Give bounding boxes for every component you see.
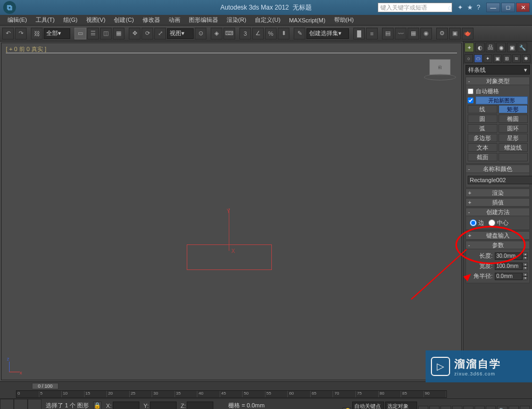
time-config-button[interactable]: ⏱ xyxy=(475,406,485,410)
menu-grapheditors[interactable]: 图形编辑器 xyxy=(185,16,222,24)
spinner-snap-button[interactable]: ⬍ xyxy=(278,28,289,39)
layers-button[interactable]: ▤ xyxy=(382,28,394,39)
rectangle-shape[interactable] xyxy=(187,244,272,270)
qat-icon[interactable]: ? xyxy=(477,4,484,11)
qat-icon[interactable]: ✦ xyxy=(458,4,465,11)
minimize-button[interactable]: — xyxy=(486,3,500,12)
menu-edit[interactable]: 编辑(E) xyxy=(3,16,31,24)
shape-rectangle-button[interactable]: 矩形 xyxy=(498,105,528,113)
select-name-button[interactable]: ☰ xyxy=(87,28,99,39)
play-button[interactable]: ▶ xyxy=(440,406,451,410)
pivot-button[interactable]: ⊙ xyxy=(195,28,206,39)
next-frame-button[interactable]: ▶ xyxy=(452,406,462,410)
shape-helix-button[interactable]: 螺旋线 xyxy=(498,143,528,152)
z-coord-input[interactable] xyxy=(187,402,213,409)
select-region-button[interactable]: ◫ xyxy=(100,28,112,39)
render-rollout-header[interactable]: +渲染 xyxy=(466,189,530,197)
display-tab[interactable]: ▣ xyxy=(507,43,517,52)
menu-customize[interactable]: 自定义(U) xyxy=(251,16,285,24)
ref-coord-dropdown[interactable]: 视图 ▾ xyxy=(167,28,194,39)
close-button[interactable]: ✕ xyxy=(516,3,530,12)
start-new-shape-checkbox[interactable] xyxy=(468,97,473,103)
auto-grid-checkbox[interactable] xyxy=(468,88,473,94)
name-color-rollout-header[interactable]: -名称和颜色 xyxy=(466,165,530,173)
object-type-rollout-header[interactable]: -对象类型 xyxy=(466,77,530,85)
prev-frame-button[interactable]: ◀ xyxy=(429,406,439,410)
shapes-cat[interactable]: ⬭ xyxy=(474,54,483,63)
zoom-button[interactable]: 🔍 xyxy=(497,406,507,410)
align-button[interactable]: ≡ xyxy=(366,28,378,39)
menu-maxscript[interactable]: MAXScript(M) xyxy=(285,17,329,23)
qat-icon[interactable]: ★ xyxy=(467,4,475,11)
shape-circle-button[interactable]: 圆 xyxy=(468,114,497,123)
goto-end-button[interactable]: ⏭ xyxy=(463,406,473,410)
length-down[interactable]: ▾ xyxy=(522,256,528,260)
lights-cat[interactable]: ✦ xyxy=(484,54,492,63)
shapes-subcategory-dropdown[interactable]: 样条线▾ xyxy=(466,65,530,75)
app-icon[interactable]: ⧉ xyxy=(3,1,16,14)
shape-donut-button[interactable]: 圆环 xyxy=(498,124,528,133)
material-editor-button[interactable]: ◉ xyxy=(420,28,432,39)
percent-snap-button[interactable]: % xyxy=(265,28,277,39)
menu-help[interactable]: 帮助(H) xyxy=(330,16,358,24)
shape-line-button[interactable]: 线 xyxy=(468,105,497,113)
window-crossing-button[interactable]: ▦ xyxy=(113,28,124,39)
helpers-cat[interactable]: ⊞ xyxy=(503,54,511,63)
listener-button[interactable] xyxy=(14,399,28,409)
geometry-cat[interactable]: ○ xyxy=(464,54,473,63)
redo-button[interactable]: ↷ xyxy=(15,28,27,39)
schematic-button[interactable]: ▦ xyxy=(408,28,419,39)
curve-editor-button[interactable]: 〰 xyxy=(395,28,406,39)
y-coord-input[interactable] xyxy=(150,402,177,409)
help-search-input[interactable]: 键入关键字或短语 xyxy=(378,3,452,12)
menu-rendering[interactable]: 渲染(R) xyxy=(222,16,251,24)
menu-tools[interactable]: 工具(T) xyxy=(31,16,59,24)
keyboard-shortcut-button[interactable]: ⌨ xyxy=(223,28,235,39)
timeline[interactable]: 0 / 100 05 1015 2025 3035 4045 5055 6065… xyxy=(0,381,532,398)
spacewarps-cat[interactable]: ≋ xyxy=(512,54,521,63)
x-coord-input[interactable] xyxy=(113,402,139,409)
timeline-ruler[interactable]: 05 1015 2025 3035 4045 5055 6065 7075 80… xyxy=(16,390,447,398)
render-button[interactable]: 🫖 xyxy=(462,28,473,39)
interpolation-rollout-header[interactable]: +插值 xyxy=(466,198,530,207)
edge-radio[interactable]: 边 xyxy=(470,219,484,227)
menu-group[interactable]: 组(G) xyxy=(59,16,82,24)
menu-animation[interactable]: 动画 xyxy=(164,16,185,24)
length-spinner[interactable]: 30.0mm xyxy=(495,252,522,260)
keyboard-entry-rollout-header[interactable]: +键盘输入 xyxy=(466,231,530,240)
viewcube-ring[interactable] xyxy=(424,74,456,80)
shape-text-button[interactable]: 文本 xyxy=(468,143,497,152)
snap-toggle-button[interactable]: 3 xyxy=(239,28,251,39)
width-down[interactable]: ▾ xyxy=(522,266,528,270)
object-name-input[interactable] xyxy=(468,176,532,184)
select-button[interactable]: ▭ xyxy=(74,28,86,39)
angle-snap-button[interactable]: ∠ xyxy=(252,28,264,39)
motion-tab[interactable]: ◉ xyxy=(496,43,506,52)
mirror-button[interactable]: ▐▌ xyxy=(353,28,365,39)
key-mode-button[interactable]: 🔑 xyxy=(343,407,351,410)
viewcube[interactable]: 前 xyxy=(429,59,451,75)
render-frame-button[interactable]: ▣ xyxy=(449,28,461,39)
length-up[interactable]: ▴ xyxy=(522,252,528,256)
selection-filter-dropdown[interactable]: 全部 ▾ xyxy=(44,28,70,39)
corner-radius-spinner[interactable]: 0.0mm xyxy=(495,273,522,280)
cameras-cat[interactable]: ▣ xyxy=(493,54,502,63)
undo-button[interactable]: ↶ xyxy=(2,28,14,39)
menu-create[interactable]: 创建(C) xyxy=(110,16,138,24)
rotate-button[interactable]: ⟳ xyxy=(142,28,153,39)
selection-lock-button[interactable]: 🔒 xyxy=(93,402,102,409)
menu-modifiers[interactable]: 修改器 xyxy=(138,16,164,24)
utilities-tab[interactable]: 🔧 xyxy=(518,43,527,52)
link-button[interactable]: ⛓ xyxy=(31,28,43,39)
shape-ellipse-button[interactable]: 椭圆 xyxy=(498,114,528,123)
parameters-rollout-header[interactable]: -参数 xyxy=(466,241,530,249)
modify-tab[interactable]: ◐ xyxy=(475,43,485,52)
time-slider[interactable]: 0 / 100 xyxy=(32,383,59,389)
creation-method-rollout-header[interactable]: -创建方法 xyxy=(466,208,530,216)
menu-views[interactable]: 视图(V) xyxy=(82,16,110,24)
zoom-extents-button[interactable]: ⛶ xyxy=(509,406,519,410)
viewport-front[interactable]: [ + 0 前 0 真实 ] 前 Y X zx xyxy=(1,43,462,380)
shape-ngon-button[interactable]: 多边形 xyxy=(468,134,497,142)
center-radio[interactable]: 中心 xyxy=(488,219,509,227)
create-tab[interactable]: ✦ xyxy=(464,43,474,52)
